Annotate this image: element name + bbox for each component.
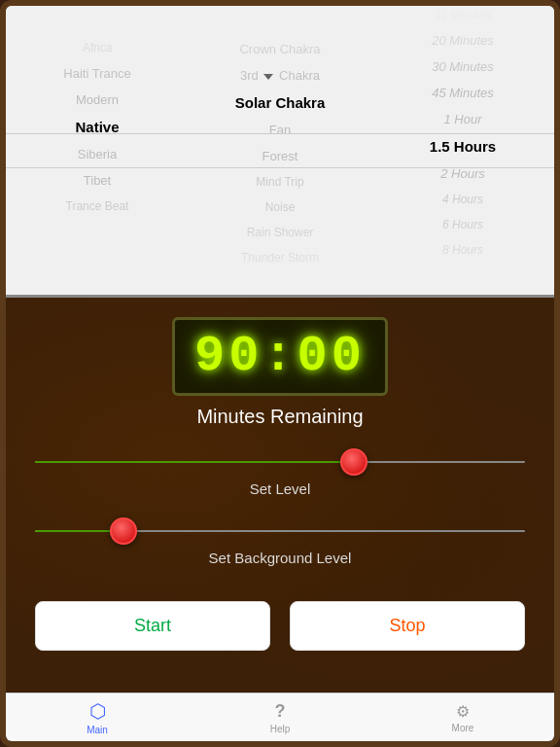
picker-col-sound[interactable]: Africa Haiti Trance Modern Native Siberi…: [6, 6, 189, 295]
picker-item[interactable]: Africa: [6, 35, 189, 60]
picker-item[interactable]: Crown Chakra: [189, 36, 371, 62]
tab-more-label: More: [452, 723, 474, 733]
more-icon: ⚙: [456, 702, 470, 721]
picker-item[interactable]: Thunder Storm: [189, 245, 371, 270]
tab-help[interactable]: ? Help: [189, 701, 371, 734]
picker-item[interactable]: Mind Trip: [189, 169, 371, 195]
app-frame: Africa Haiti Trance Modern Native Siberi…: [0, 0, 560, 747]
picker-item[interactable]: 6 Hours: [371, 212, 554, 237]
set-background-track-wrapper[interactable]: [35, 516, 525, 546]
set-level-track-wrapper[interactable]: [35, 447, 525, 477]
set-background-label: Set Background Level: [35, 550, 525, 566]
picker-item[interactable]: Trance Beat: [6, 194, 189, 219]
minutes-remaining-label: Minutes Remaining: [196, 406, 363, 428]
timer-text: 90:00: [194, 328, 366, 385]
tab-help-label: Help: [270, 724, 291, 734]
picker-item[interactable]: Haiti Trance: [6, 60, 189, 87]
set-level-fill: [35, 461, 354, 463]
set-level-thumb[interactable]: [340, 448, 368, 476]
tab-bar: ⬡ Main ? Help ⚙ More: [6, 693, 554, 741]
picker-col-background[interactable]: Crown Chakra 3rd Chakra Solar Chakra Fan…: [189, 6, 371, 295]
tab-more[interactable]: ⚙ More: [371, 702, 554, 733]
picker-item[interactable]: 20 Minutes: [371, 27, 554, 53]
picker-item-selected[interactable]: Native: [6, 113, 189, 141]
buttons-row: Start Stop: [35, 601, 525, 651]
tab-main-label: Main: [87, 725, 108, 735]
set-level-track: [35, 461, 525, 463]
picker-item[interactable]: Noise: [189, 195, 371, 220]
set-background-track: [35, 530, 525, 532]
picker-item[interactable]: 8 Hours: [371, 237, 554, 263]
control-section: 90:00 Minutes Remaining Set Level Set Ba…: [6, 298, 554, 693]
picker-item[interactable]: Forest: [189, 143, 371, 169]
set-level-slider-container: Set Level: [35, 447, 525, 507]
picker-item[interactable]: 1 Hour: [371, 106, 554, 132]
set-level-label: Set Level: [35, 480, 525, 497]
picker-col-duration[interactable]: 10 Minutes 15 Minutes 20 Minutes 30 Minu…: [371, 6, 554, 295]
stop-button[interactable]: Stop: [290, 601, 525, 651]
set-background-slider-container: Set Background Level: [35, 516, 525, 576]
main-icon: ⬡: [89, 699, 106, 723]
picker-item[interactable]: 4 Hours: [371, 187, 554, 212]
picker-inner: Africa Haiti Trance Modern Native Siberi…: [6, 6, 554, 295]
chevron-down-icon: [263, 74, 273, 80]
picker-item[interactable]: 15 Minutes: [371, 6, 554, 27]
picker-item[interactable]: [189, 11, 371, 36]
set-background-thumb[interactable]: [110, 517, 137, 545]
picker-item[interactable]: 45 Minutes: [371, 80, 554, 106]
picker-item[interactable]: 3rd Chakra: [189, 62, 371, 89]
start-button[interactable]: Start: [35, 601, 270, 651]
help-icon: ?: [275, 701, 286, 722]
picker-item-selected[interactable]: Solar Chakra: [189, 89, 371, 117]
timer-display: 90:00: [172, 317, 388, 396]
picker-item[interactable]: 30 Minutes: [371, 53, 554, 80]
picker-item[interactable]: Siberia: [6, 141, 189, 167]
picker-section[interactable]: Africa Haiti Trance Modern Native Siberi…: [6, 6, 554, 298]
picker-item[interactable]: Modern: [6, 87, 189, 113]
picker-item[interactable]: Rain Shower: [189, 220, 371, 245]
picker-item-selected[interactable]: 1.5 Hours: [371, 132, 554, 160]
picker-columns: Africa Haiti Trance Modern Native Siberi…: [6, 6, 554, 295]
picker-item[interactable]: Fan: [189, 117, 371, 143]
picker-item[interactable]: Tibet: [6, 167, 189, 194]
tab-main[interactable]: ⬡ Main: [6, 699, 189, 735]
picker-item[interactable]: 2 Hours: [371, 160, 554, 187]
